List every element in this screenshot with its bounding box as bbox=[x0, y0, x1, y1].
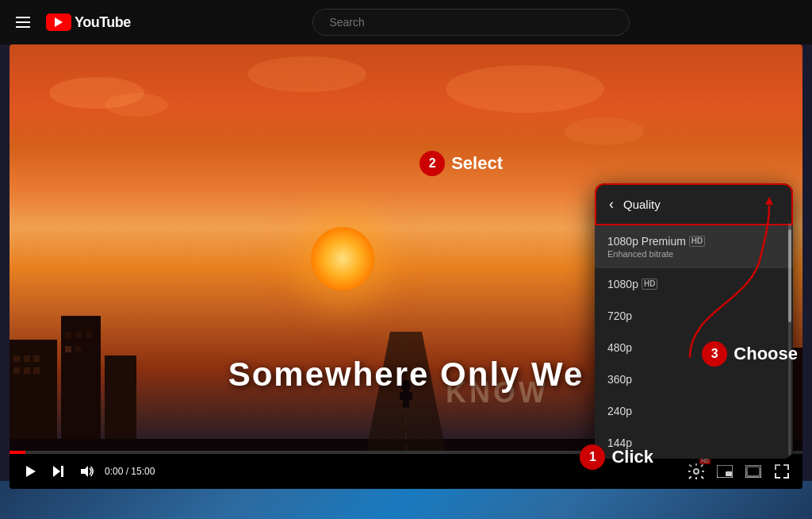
svg-rect-5 bbox=[24, 367, 30, 374]
svg-rect-3 bbox=[33, 356, 40, 362]
step2-text: Select bbox=[451, 153, 503, 174]
miniplayer-icon bbox=[717, 465, 733, 478]
svg-marker-38 bbox=[81, 466, 88, 477]
svg-rect-43 bbox=[747, 467, 760, 476]
search-input[interactable] bbox=[312, 9, 630, 36]
player-controls: 0:00 / 15:00 HD bbox=[10, 454, 802, 489]
quality-menu-title: Quality bbox=[623, 198, 661, 211]
fullscreen-button[interactable] bbox=[771, 460, 793, 482]
annotation-step2: 2 Select bbox=[419, 151, 503, 176]
next-button[interactable] bbox=[48, 460, 70, 482]
search-bar[interactable] bbox=[312, 9, 630, 36]
svg-rect-12 bbox=[75, 346, 82, 352]
quality-item-720p[interactable]: 720p bbox=[595, 300, 793, 332]
controls-right: HD bbox=[685, 460, 793, 482]
svg-rect-2 bbox=[24, 356, 30, 362]
theater-button[interactable] bbox=[742, 460, 764, 482]
svg-rect-9 bbox=[75, 332, 82, 338]
quality-label-1080p: 1080p HD bbox=[607, 278, 780, 290]
volume-icon bbox=[80, 465, 94, 478]
step3-circle: 3 bbox=[702, 341, 727, 367]
quality-label-720p: 720p bbox=[607, 309, 780, 322]
svg-rect-41 bbox=[726, 471, 732, 476]
step2-circle: 2 bbox=[419, 151, 445, 176]
svg-marker-36 bbox=[53, 466, 60, 477]
quality-label-360p: 360p bbox=[607, 373, 780, 386]
cloud-3 bbox=[446, 65, 604, 113]
step3-text: Choose bbox=[733, 344, 798, 364]
quality-back-button[interactable]: ‹ bbox=[609, 196, 614, 213]
quality-label-1080p-premium: 1080p Premium HD bbox=[607, 235, 780, 248]
youtube-logo[interactable]: YouTube bbox=[46, 13, 131, 31]
quality-item-360p[interactable]: 360p bbox=[595, 363, 793, 395]
quality-item-1080p[interactable]: 1080p HD bbox=[595, 268, 793, 300]
settings-button[interactable]: HD bbox=[685, 460, 707, 482]
youtube-logo-text: YouTube bbox=[75, 14, 131, 31]
cloud-5 bbox=[247, 56, 366, 92]
play-button[interactable] bbox=[19, 460, 41, 482]
video-player[interactable]: Somewhere Only We KNOW bbox=[10, 44, 802, 489]
quality-menu: ‹ Quality 1080p Premium HD Enhanced bitr… bbox=[595, 183, 793, 459]
play-icon bbox=[24, 465, 36, 478]
hd-tag-1080p-premium: HD bbox=[689, 236, 705, 247]
svg-rect-1 bbox=[13, 356, 20, 362]
video-title: Somewhere Only We bbox=[228, 356, 584, 394]
svg-marker-35 bbox=[26, 466, 36, 477]
svg-rect-34 bbox=[406, 402, 409, 408]
svg-rect-33 bbox=[403, 402, 406, 408]
time-display: 0:00 / 15:00 bbox=[105, 466, 155, 477]
svg-rect-11 bbox=[65, 346, 71, 352]
theater-icon bbox=[745, 465, 761, 478]
miniplayer-button[interactable] bbox=[714, 460, 736, 482]
youtube-header: YouTube bbox=[0, 0, 812, 44]
gear-icon bbox=[688, 463, 704, 479]
fullscreen-icon bbox=[775, 464, 789, 479]
quality-item-1080p-premium[interactable]: 1080p Premium HD Enhanced bitrate bbox=[595, 225, 793, 268]
quality-scrollbar[interactable] bbox=[788, 223, 791, 456]
sun-decoration bbox=[311, 227, 374, 290]
cloud-2 bbox=[105, 93, 168, 117]
step1-circle: 1 bbox=[580, 444, 605, 470]
hamburger-menu[interactable] bbox=[13, 13, 33, 31]
progress-fill bbox=[10, 451, 25, 454]
cloud-4 bbox=[565, 117, 644, 145]
hd-tag-1080p: HD bbox=[642, 279, 657, 290]
svg-rect-4 bbox=[13, 367, 20, 374]
next-icon bbox=[52, 465, 65, 478]
svg-rect-13 bbox=[105, 356, 136, 451]
quality-scrollbar-thumb bbox=[788, 229, 791, 322]
quality-label-240p: 240p bbox=[607, 405, 780, 417]
svg-rect-6 bbox=[33, 367, 40, 374]
volume-button[interactable] bbox=[76, 460, 98, 482]
annotation-step1: 1 Click bbox=[580, 444, 653, 470]
svg-rect-8 bbox=[65, 332, 71, 338]
quality-item-240p[interactable]: 240p bbox=[595, 395, 793, 427]
youtube-logo-icon bbox=[46, 13, 71, 31]
svg-rect-10 bbox=[86, 332, 92, 338]
step1-text: Click bbox=[611, 447, 653, 467]
quality-menu-header: ‹ Quality bbox=[595, 183, 793, 225]
quality-sublabel-1080p-premium: Enhanced bitrate bbox=[607, 249, 780, 259]
svg-rect-37 bbox=[61, 466, 63, 477]
svg-point-39 bbox=[694, 469, 699, 474]
annotation-step3: 3 Choose bbox=[702, 341, 798, 367]
